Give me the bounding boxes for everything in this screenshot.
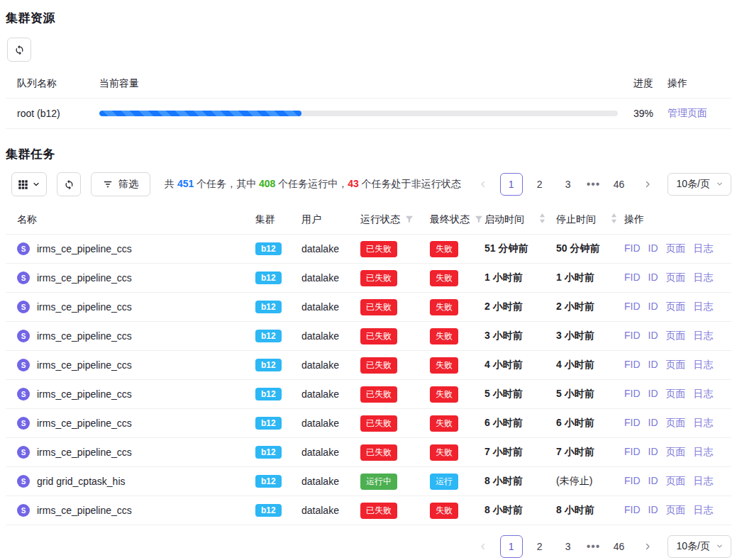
user-name: datalake <box>301 476 360 487</box>
cluster-badge: b12 <box>255 417 282 430</box>
page-link[interactable]: 页面 <box>666 242 686 255</box>
column-header-final-status: 最终状态 <box>430 213 470 226</box>
page-link[interactable]: 页面 <box>666 330 686 342</box>
stop-time: 8 小时前 <box>556 504 624 517</box>
id-link[interactable]: ID <box>648 301 658 313</box>
page-link[interactable]: 页面 <box>666 417 686 430</box>
refresh-icon <box>14 45 25 55</box>
run-status-badge: 已失败 <box>360 444 397 461</box>
log-link[interactable]: 日志 <box>694 271 714 284</box>
running-count: 408 <box>259 178 275 189</box>
page-link[interactable]: 页面 <box>666 446 686 459</box>
log-link[interactable]: 日志 <box>694 388 714 401</box>
column-header-name: 名称 <box>6 213 255 226</box>
page-button-46[interactable]: 46 <box>608 535 631 558</box>
id-link[interactable]: ID <box>648 504 658 517</box>
prev-page-button[interactable] <box>472 535 494 558</box>
run-status-badge: 已失败 <box>360 357 397 374</box>
start-time: 7 小时前 <box>484 446 556 459</box>
fid-link[interactable]: FID <box>624 446 641 459</box>
log-link[interactable]: 日志 <box>694 475 714 488</box>
pagination-bottom: 1 2 3 ••• 46 10条/页 <box>472 535 731 558</box>
log-link[interactable]: 日志 <box>694 330 714 342</box>
log-link[interactable]: 日志 <box>694 504 714 517</box>
page-button-2[interactable]: 2 <box>528 535 551 558</box>
pagination-bottom-wrapper: 1 2 3 ••• 46 10条/页 <box>6 535 731 558</box>
page-button-3[interactable]: 3 <box>557 535 580 558</box>
fid-link[interactable]: FID <box>624 359 641 371</box>
id-link[interactable]: ID <box>648 359 658 371</box>
pagination-ellipsis[interactable]: ••• <box>585 540 602 553</box>
id-link[interactable]: ID <box>648 271 658 284</box>
refresh-tasks-button[interactable] <box>57 172 81 196</box>
user-name: datalake <box>301 330 360 342</box>
stop-time: 6 小时前 <box>556 417 624 430</box>
page-link[interactable]: 页面 <box>666 504 686 517</box>
filter-funnel-icon[interactable] <box>405 214 414 225</box>
page-link[interactable]: 页面 <box>666 301 686 313</box>
chevron-down-icon <box>716 541 724 552</box>
start-time: 2 小时前 <box>484 301 556 313</box>
stop-time: 5 小时前 <box>556 388 624 401</box>
fid-link[interactable]: FID <box>624 330 641 342</box>
id-link[interactable]: ID <box>648 417 658 430</box>
sort-icon[interactable] <box>611 213 617 225</box>
refresh-icon <box>64 179 74 190</box>
filter-button[interactable]: 筛选 <box>91 172 150 196</box>
layout-dropdown-button[interactable] <box>11 172 47 196</box>
avatar: S <box>17 475 30 488</box>
refresh-button[interactable] <box>7 38 31 62</box>
fid-link[interactable]: FID <box>624 417 641 430</box>
log-link[interactable]: 日志 <box>694 446 714 459</box>
log-link[interactable]: 日志 <box>694 417 714 430</box>
log-link[interactable]: 日志 <box>694 242 714 255</box>
id-link[interactable]: ID <box>648 475 658 488</box>
page-link[interactable]: 页面 <box>666 271 686 284</box>
log-link[interactable]: 日志 <box>694 301 714 313</box>
final-status-badge: 失败 <box>430 415 458 432</box>
prev-page-button[interactable] <box>472 173 494 196</box>
id-link[interactable]: ID <box>648 388 658 401</box>
page-size-select[interactable]: 10条/页 <box>667 173 731 196</box>
column-header-user: 用户 <box>301 213 360 226</box>
cluster-badge: b12 <box>255 301 282 313</box>
task-name: grid grid_cptask_his <box>37 476 126 487</box>
id-link[interactable]: ID <box>648 330 658 342</box>
id-link[interactable]: ID <box>648 446 658 459</box>
run-status-badge: 已失败 <box>360 503 397 519</box>
page-button-1[interactable]: 1 <box>500 173 523 196</box>
page-size-select[interactable]: 10条/页 <box>667 535 731 558</box>
manage-page-link[interactable]: 管理页面 <box>667 107 707 118</box>
page-button-46[interactable]: 46 <box>608 173 631 196</box>
table-row: S irms_ce_pipeline_ccs b12 datalake 已失败 … <box>6 380 731 409</box>
id-link[interactable]: ID <box>648 242 658 255</box>
cluster-resources-section: 集群资源 队列名称 当前容量 进度 操作 root (b12) 39% 管理页面 <box>6 10 731 129</box>
page-button-3[interactable]: 3 <box>557 173 580 196</box>
pagination-ellipsis[interactable]: ••• <box>585 178 602 191</box>
fid-link[interactable]: FID <box>624 271 641 284</box>
final-status-badge: 失败 <box>430 386 458 403</box>
fid-link[interactable]: FID <box>624 475 641 488</box>
page-link[interactable]: 页面 <box>666 359 686 371</box>
stop-time: (未停止) <box>556 475 624 488</box>
page-button-2[interactable]: 2 <box>528 173 551 196</box>
resources-table-header: 队列名称 当前容量 进度 操作 <box>6 69 731 99</box>
filter-funnel-icon[interactable] <box>475 214 483 225</box>
fid-link[interactable]: FID <box>624 504 641 517</box>
fid-link[interactable]: FID <box>624 301 641 313</box>
start-time: 4 小时前 <box>484 359 556 371</box>
cluster-badge: b12 <box>255 330 282 342</box>
fid-link[interactable]: FID <box>624 242 641 255</box>
page-link[interactable]: 页面 <box>666 475 686 488</box>
next-page-button[interactable] <box>636 173 659 196</box>
table-row: S irms_ce_pipeline_ccs b12 datalake 已失败 … <box>6 409 731 438</box>
user-name: datalake <box>301 447 360 458</box>
fid-link[interactable]: FID <box>624 388 641 401</box>
page-button-1[interactable]: 1 <box>500 535 523 558</box>
next-page-button[interactable] <box>636 535 659 558</box>
page-link[interactable]: 页面 <box>666 388 686 401</box>
column-header-capacity: 当前容量 <box>99 77 633 90</box>
capacity-progress-bar <box>99 111 618 116</box>
log-link[interactable]: 日志 <box>694 359 714 371</box>
sort-icon[interactable] <box>539 213 545 225</box>
